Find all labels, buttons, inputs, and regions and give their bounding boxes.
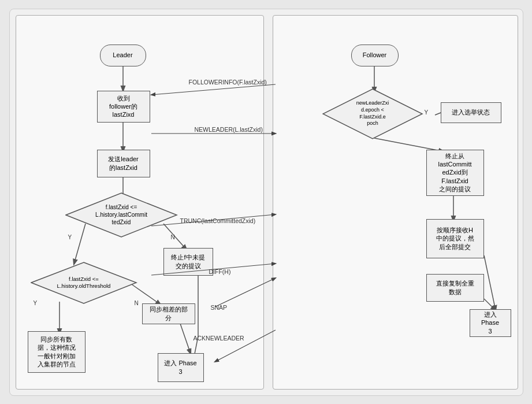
recv-lastzxid-node: 收到follower的lastZixd (97, 91, 150, 123)
left-panel: Leader 收到follower的lastZixd 发送leader的last… (16, 15, 264, 390)
diamond2-node: f.lastZxid <=L.history.oldThreshold (31, 261, 137, 305)
right-panel: Follower newLeaderZxid.epoch <F.lastZxid… (273, 15, 518, 390)
snap-label: SNAP (211, 304, 228, 311)
acknewleader-label: ACKNEWLEADER (194, 335, 244, 342)
diff-label: DIFF(H) (209, 268, 231, 275)
sync-diff-node: 同步相差的部分 (142, 303, 195, 324)
stop-uncommit-node: 终止f中未提交的提议 (163, 248, 213, 276)
phase3-right-node: 进入 Phase3 (470, 309, 511, 337)
diamond1-node: f.lastZxid <=L.history.lastCommittedZxid (65, 192, 178, 238)
recv-commit-node: 按顺序接收H中的提议，然后全部提交 (426, 219, 484, 258)
svg-line-15 (484, 299, 496, 310)
copy-data-node: 直接复制全重数据 (426, 274, 484, 302)
sync-all-node: 同步所有数据，这种情况一般针对刚加入集群的节点 (28, 331, 85, 373)
epoch-y-label: Y (425, 109, 429, 116)
followerinfo-label: FOLLOWERINFO(F.lastZxid) (189, 79, 267, 86)
svg-line-7 (180, 322, 191, 354)
stop-lastcommit-node: 终止从lastCommittedZxid到F.lastZxid之间的提议 (426, 150, 484, 196)
send-lastzxid-node: 发送leader的lastZxid (97, 150, 150, 177)
leader-node: Leader (100, 45, 146, 66)
phase3-left-node: 进入 Phase3 (158, 353, 204, 382)
trunc-label: TRUNC(lastCommittedZxid) (180, 217, 256, 224)
diagram-container: Leader 收到follower的lastZixd 发送leader的last… (9, 9, 523, 396)
follower-node: Follower (351, 45, 399, 66)
svg-line-14 (484, 255, 496, 310)
epoch-diamond-node: newLeaderZxid.epoch <F.lastZxid.epoch (322, 88, 423, 140)
enter-election-node: 进入选举状态 (441, 102, 501, 123)
newleader-label: NEWLEADER(L.lastZxid) (195, 126, 263, 133)
